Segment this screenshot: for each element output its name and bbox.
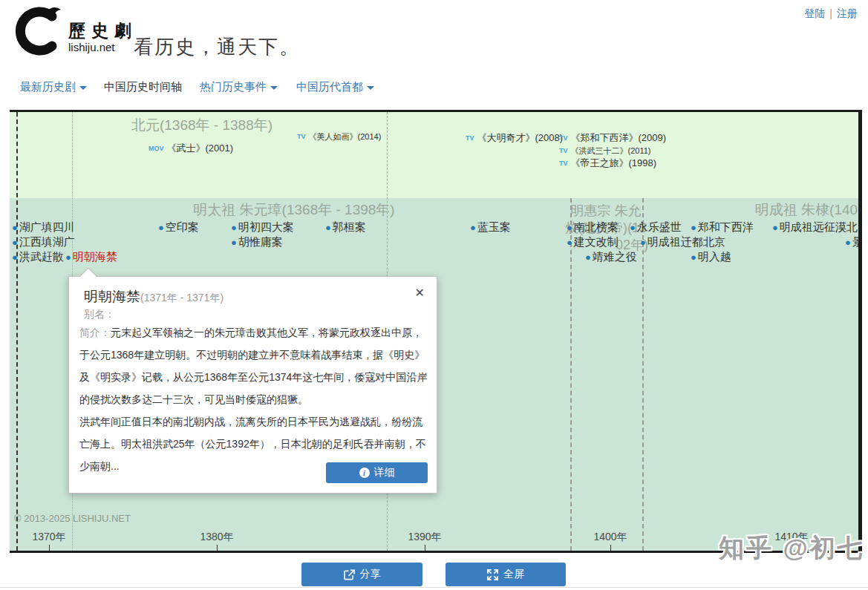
nav-item-最新历史剧[interactable]: 最新历史剧 — [20, 80, 87, 94]
media-item[interactable]: TV《大明奇才》(2008) — [466, 131, 563, 145]
event-bullet-icon: ● — [470, 222, 476, 233]
timeline-event[interactable]: ●明初四大案 — [231, 220, 294, 235]
tv-tag: TV — [559, 160, 568, 167]
media-item[interactable]: TV《美人如画》(2014) — [297, 131, 381, 142]
main-nav: 最新历史剧中国历史时间轴热门历史事件中国历代首都 — [0, 74, 868, 99]
watermark: 知乎 @初七 — [719, 531, 865, 566]
page-bottom-divider — [0, 587, 868, 588]
chevron-down-icon — [270, 86, 278, 90]
timeline-event[interactable]: ●郑和下西洋 — [691, 220, 754, 235]
site-tagline: 看历史，通天下。 — [134, 34, 300, 60]
timeline-event[interactable]: ●湖广填四川 — [12, 220, 75, 235]
axis-tick — [425, 545, 425, 551]
timeline-gridline — [16, 112, 18, 551]
timeline-event[interactable]: ●明朝海禁 — [65, 250, 117, 264]
media-item[interactable]: MOV《武士》(2001) — [149, 142, 233, 155]
nav-item-中国历史时间轴[interactable]: 中国历史时间轴 — [104, 80, 182, 94]
login-link[interactable]: 登陆 — [804, 7, 825, 19]
popup-paragraph: 简介：元末起义军领袖之一的朱元璋击败其他义军，将蒙元政权逐出中原，于公元1368… — [79, 321, 428, 410]
axis-year-label: 1390年 — [408, 531, 441, 544]
era-title: 明成祖 朱棣(1402年 - 1424年) — [755, 200, 862, 220]
timeline-event[interactable]: ●靖难之役 — [585, 250, 637, 264]
tv-tag: TV — [466, 134, 474, 142]
page: 歷史劇 lishiju.net 看历史，通天下。 登陆|注册 最新历史剧中国历史… — [0, 0, 868, 590]
timeline-event[interactable]: ●明成祖远征漠北 — [772, 220, 858, 235]
intro-label: 简介： — [79, 327, 111, 338]
event-bullet-icon: ● — [231, 222, 237, 233]
auth-links: 登陆|注册 — [804, 7, 858, 21]
event-bullet-icon: ● — [567, 222, 572, 233]
timeline-event[interactable]: ●永乐盛世 — [630, 220, 682, 235]
timeline-event[interactable]: ●蓝玉案 — [470, 220, 511, 235]
timeline-event[interactable]: ●郭桓案 — [325, 220, 366, 235]
popup-description: 简介：元末起义军领袖之一的朱元璋击败其他义军，将蒙元政权逐出中原，于公元1368… — [79, 321, 428, 477]
share-icon — [344, 569, 355, 580]
event-bullet-icon: ● — [231, 237, 237, 248]
media-item[interactable]: TV《帝王之旅》(1998) — [559, 157, 656, 170]
timeline-event[interactable]: ●江西填湖广 — [12, 235, 75, 249]
axis-year-label: 1380年 — [200, 531, 233, 544]
media-item[interactable]: TV《郑和下西洋》(2009) — [559, 131, 666, 145]
event-bullet-icon: ● — [691, 252, 696, 263]
timeline-event[interactable]: ●建文改制 — [567, 235, 619, 249]
axis-tick — [610, 545, 611, 551]
mov-tag: MOV — [149, 145, 164, 152]
popup-alias-label: 别名： — [84, 308, 115, 321]
tv-tag: TV — [559, 147, 568, 154]
event-bullet-icon: ● — [691, 222, 696, 233]
detail-button[interactable]: i 详细 — [326, 462, 428, 483]
event-bullet-icon: ● — [630, 222, 636, 233]
event-bullet-icon: ● — [12, 222, 18, 233]
auth-divider: | — [829, 7, 832, 19]
timeline-event[interactable]: ●空印案 — [158, 220, 199, 235]
axis-tick — [49, 545, 50, 551]
event-bullet-icon: ● — [585, 252, 591, 263]
event-bullet-icon: ● — [12, 252, 18, 263]
site-logo-icon[interactable] — [7, 4, 67, 58]
info-icon: i — [359, 468, 370, 478]
event-bullet-icon: ● — [325, 222, 331, 233]
chevron-down-icon — [79, 86, 87, 90]
popup-title-row: 明朝海禁(1371年 - 1371年) — [84, 287, 404, 307]
register-link[interactable]: 注册 — [837, 7, 858, 19]
event-bullet-icon: ● — [772, 222, 778, 233]
chevron-down-icon — [367, 86, 374, 90]
era-title: 明太祖 朱元璋(1368年 - 1398年) — [193, 200, 394, 220]
event-popup: 明朝海禁(1371年 - 1371年) ✕ 别名： 简介：元末起义军领袖之一的朱… — [68, 276, 437, 494]
event-bullet-icon: ● — [158, 222, 164, 233]
timeline-event[interactable]: ●胡惟庸案 — [231, 235, 283, 249]
timeline-event[interactable]: ●景 — [845, 235, 862, 249]
axis-tick — [217, 545, 218, 551]
media-item[interactable]: TV《洪武三十二》(2011) — [559, 145, 651, 157]
nav-item-中国历代首都[interactable]: 中国历代首都 — [296, 80, 374, 94]
era-title: 北元(1368年 - 1388年) — [131, 116, 273, 135]
fullscreen-icon — [487, 569, 498, 580]
timeline-gridline — [570, 198, 572, 551]
share-button[interactable]: 分享 — [301, 563, 422, 586]
event-bullet-icon: ● — [65, 252, 71, 263]
fullscreen-button[interactable]: 全屏 — [446, 563, 566, 586]
event-bullet-icon: ● — [845, 237, 851, 248]
popup-title: 明朝海禁 — [84, 289, 140, 304]
event-bullet-icon: ● — [567, 237, 572, 248]
close-icon[interactable]: ✕ — [415, 287, 425, 299]
tv-tag: TV — [559, 134, 568, 142]
timeline-event[interactable]: ●明入越 — [691, 250, 731, 264]
era-title: 明惠宗 朱允 — [570, 202, 641, 220]
site-logo-seal-text[interactable]: 歷史劇 — [68, 19, 137, 42]
nav-item-热门历史事件[interactable]: 热门历史事件 — [200, 80, 278, 94]
timeline-event[interactable]: ●南北榜案 — [567, 220, 619, 235]
site-domain[interactable]: lishiju.net — [68, 41, 115, 53]
axis-year-label: 1400年 — [593, 531, 627, 544]
event-bullet-icon: ● — [640, 237, 646, 248]
tv-tag: TV — [297, 133, 306, 140]
timeline-event[interactable]: ●洪武赶散 — [12, 250, 64, 264]
event-bullet-icon: ● — [12, 237, 18, 248]
axis-year-label: 1370年 — [32, 531, 65, 544]
popup-years: (1371年 - 1371年) — [140, 292, 223, 304]
timeline-event[interactable]: ●明成祖迁都北京 — [640, 235, 725, 249]
